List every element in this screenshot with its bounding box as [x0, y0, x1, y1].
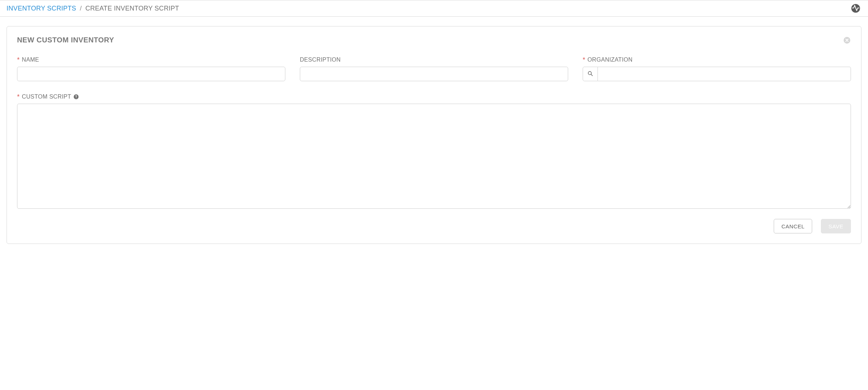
- form-actions: CANCEL SAVE: [17, 219, 851, 233]
- required-indicator: *: [583, 57, 585, 63]
- description-label: DESCRIPTION: [300, 57, 568, 63]
- breadcrumb-separator: /: [80, 5, 82, 12]
- panel-header: NEW CUSTOM INVENTORY: [17, 36, 851, 44]
- form-row-top: * NAME DESCRIPTION * ORGANIZATION: [17, 57, 851, 81]
- page-body: NEW CUSTOM INVENTORY * NAME: [0, 17, 868, 255]
- breadcrumb-current: CREATE INVENTORY SCRIPT: [85, 5, 179, 12]
- cancel-button[interactable]: CANCEL: [774, 219, 812, 233]
- description-input[interactable]: [300, 67, 568, 81]
- close-icon: [843, 36, 851, 44]
- breadcrumb-root-link[interactable]: INVENTORY SCRIPTS: [7, 5, 76, 12]
- activity-stream-button[interactable]: [851, 4, 860, 13]
- svg-point-4: [76, 98, 77, 99]
- required-indicator: *: [17, 94, 20, 100]
- breadcrumb: INVENTORY SCRIPTS / CREATE INVENTORY SCR…: [7, 5, 179, 12]
- organization-lookup: [583, 67, 851, 81]
- required-indicator: *: [17, 57, 20, 63]
- svg-line-2: [591, 74, 592, 76]
- name-label: * NAME: [17, 57, 285, 63]
- custom-script-label: * CUSTOM SCRIPT: [17, 94, 851, 100]
- close-panel-button[interactable]: [843, 36, 851, 44]
- search-icon: [587, 71, 593, 78]
- form-group-organization: * ORGANIZATION: [583, 57, 851, 81]
- form-group-custom-script: * CUSTOM SCRIPT: [17, 94, 851, 209]
- name-input[interactable]: [17, 67, 285, 81]
- activity-icon: [852, 4, 860, 13]
- form-panel: NEW CUSTOM INVENTORY * NAME: [7, 26, 861, 244]
- custom-script-label-text: CUSTOM SCRIPT: [22, 94, 71, 100]
- form-group-name: * NAME: [17, 57, 285, 81]
- help-icon[interactable]: [73, 94, 79, 100]
- description-label-text: DESCRIPTION: [300, 57, 341, 63]
- organization-input[interactable]: [598, 67, 851, 81]
- organization-label-text: ORGANIZATION: [587, 57, 632, 63]
- save-button[interactable]: SAVE: [821, 219, 851, 233]
- form-group-description: DESCRIPTION: [300, 57, 568, 81]
- organization-label: * ORGANIZATION: [583, 57, 851, 63]
- panel-title: NEW CUSTOM INVENTORY: [17, 36, 114, 44]
- custom-script-textarea[interactable]: [17, 104, 851, 209]
- name-label-text: NAME: [22, 57, 39, 63]
- topbar: INVENTORY SCRIPTS / CREATE INVENTORY SCR…: [0, 0, 868, 17]
- organization-search-button[interactable]: [583, 67, 598, 81]
